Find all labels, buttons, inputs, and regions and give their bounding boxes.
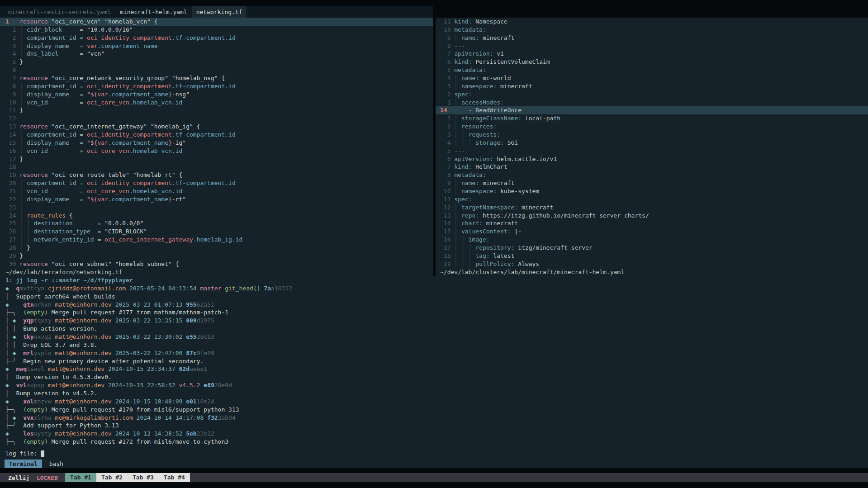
code-line[interactable]: 17}: [5, 155, 433, 163]
code-line[interactable]: 14│ compartment_id = oci_identity_compar…: [5, 131, 433, 139]
log-line: │ ◆ mrlyvplo matt@einhorn.dev 2025-03-22…: [0, 349, 868, 357]
code-line[interactable]: 28│ }: [5, 244, 433, 252]
code-line[interactable]: 17│ │ │ repository: itzg/minecraft-serve…: [440, 244, 868, 252]
code-line[interactable]: 1│ accessModes:: [440, 99, 868, 107]
code-line[interactable]: 10metadata:: [440, 26, 868, 34]
prompt-label: log file:: [5, 450, 41, 457]
code-line[interactable]: 23│: [5, 204, 433, 212]
line-number: 29: [5, 252, 16, 260]
code-line[interactable]: 1resource "oci_core_vcn" "homelab_vcn" {: [0, 18, 433, 26]
line-number: 4: [440, 74, 451, 82]
zellij-tab[interactable]: Tab #4: [159, 473, 190, 482]
code-line[interactable]: 2│ resources:: [440, 123, 868, 131]
pane-footer: Terminalbash: [0, 460, 868, 469]
code-line[interactable]: 4│ name: mc-world: [440, 74, 868, 82]
code-line[interactable]: 3│ │ requests:: [440, 131, 868, 139]
code-line[interactable]: 11spec:: [440, 195, 868, 204]
code-line[interactable]: 5}: [5, 58, 433, 66]
code-line[interactable]: 25│ │ destination = "0.0.0.0/0": [5, 219, 433, 227]
line-number: 10: [440, 187, 451, 195]
code-line[interactable]: 6kind: PersistentVolumeClaim: [440, 58, 868, 66]
code-line[interactable]: 9│ display_name = "${var.compartment_nam…: [5, 90, 433, 99]
code-line[interactable]: 22│ display_name = "${var.compartment_na…: [5, 195, 433, 204]
zellij-tab[interactable]: Tab #1: [65, 473, 96, 482]
line-number: 8: [5, 82, 16, 90]
code-line[interactable]: 11}: [5, 106, 433, 114]
code-line[interactable]: 1│ cidr_block = "10.0.0.0/16": [5, 26, 433, 34]
code-line[interactable]: 15│ display_name = "${var.compartment_na…: [5, 139, 433, 147]
code-line[interactable]: 8---: [440, 42, 868, 50]
code-line[interactable]: 3│ display_name = var.compartment_name: [5, 42, 433, 50]
log-line: ├─╯ Begin new primary device after poten…: [0, 357, 868, 365]
code-line[interactable]: 6apiVersion: helm.cattle.io/v1: [440, 155, 868, 163]
code-line[interactable]: 4│ dns_label = "vcn": [5, 50, 433, 58]
code-line[interactable]: 14│ chart: minecraft: [440, 219, 868, 227]
code-line[interactable]: 30resource "oci_core_subnet" "homelab_su…: [5, 260, 433, 268]
code-line[interactable]: 19│ │ │ pullPolicy: Always: [440, 260, 868, 268]
line-number: 28: [5, 244, 16, 252]
code-line[interactable]: 8│ compartment_id = oci_identity_compart…: [5, 82, 433, 90]
shell-label: bash: [49, 460, 63, 467]
code-line[interactable]: 9│ name: minecraft: [440, 34, 868, 42]
code-line[interactable]: 12│ targetNamespace: minecraft: [440, 204, 868, 212]
line-number: 26: [5, 227, 16, 236]
code-line[interactable]: 18│ │ │ tag: latest: [440, 252, 868, 260]
code-line[interactable]: 21│ vcn_id = oci_core_vcn.homelab_vcn.id: [5, 187, 433, 195]
code-line[interactable]: 7apiVersion: v1: [440, 50, 868, 58]
code-line[interactable]: 4│ │ │ storage: 5Gi: [440, 139, 868, 147]
code-line[interactable]: 2│ compartment_id = oci_identity_compart…: [5, 34, 433, 42]
code-line[interactable]: 11kind: Namespace: [440, 18, 868, 26]
line-number: 9: [440, 34, 451, 42]
code-line[interactable]: 6: [5, 66, 433, 74]
buffer-tab[interactable]: minecraft-helm.yaml: [115, 6, 192, 18]
log-file-prompt[interactable]: log file:: [0, 450, 868, 458]
terminal-chip[interactable]: Terminal: [5, 460, 42, 468]
code-line[interactable]: 18: [5, 163, 433, 171]
code-line[interactable]: 12: [5, 114, 433, 123]
zellij-status-bar: Zellij LOCKED Tab #1Tab #2Tab #3Tab #4: [0, 473, 868, 482]
code-line[interactable]: 7resource "oci_core_network_security_gro…: [5, 74, 433, 82]
code-line[interactable]: 24│ route_rules {: [5, 212, 433, 220]
code-line[interactable]: 26│ │ destination_type = "CIDR_BLOCK": [5, 227, 433, 236]
line-number: 3: [5, 42, 16, 50]
zellij-tab[interactable]: Tab #2: [96, 473, 128, 482]
line-number: 5: [5, 58, 16, 66]
code-line[interactable]: 5metadata:: [440, 66, 868, 74]
line-number: 9: [440, 179, 451, 187]
code-line[interactable]: 5---: [440, 147, 868, 155]
line-number: 11: [5, 106, 16, 114]
code-line[interactable]: 3│ namespace: minecraft: [440, 82, 868, 90]
line-number: 5: [440, 147, 451, 155]
zellij-tab[interactable]: Tab #3: [128, 473, 159, 482]
code-line[interactable]: 13resource "oci_core_internet_gateway" "…: [5, 123, 433, 131]
code-line[interactable]: 7kind: HelmChart: [440, 163, 868, 171]
code-line[interactable]: 16│ vcn_id = oci_core_vcn.homelab_vcn.id: [5, 147, 433, 155]
log-line: │ Bump version to v4.5.2.: [0, 389, 868, 398]
line-number: 17: [440, 244, 451, 252]
code-line[interactable]: 9│ name: minecraft: [440, 179, 868, 187]
line-number: 11: [440, 195, 451, 204]
right-file-path: ~/dev/lab/clusters/lab/minecraft/minecra…: [440, 268, 624, 276]
line-number: 14: [5, 131, 16, 139]
code-line[interactable]: 10│ namespace: kube-system: [440, 187, 868, 195]
line-number: 12: [440, 204, 451, 212]
code-line[interactable]: 29}: [5, 252, 433, 260]
buffer-tab[interactable]: minecraft-restic-secrets.yaml: [4, 6, 115, 18]
log-line: │ ◆ tkynxvqz matt@einhorn.dev 2025-03-22…: [0, 333, 868, 341]
code-line[interactable]: 16│ │ image:: [440, 236, 868, 244]
code-line[interactable]: 14│ - ReadWriteOnce: [436, 106, 868, 114]
code-line[interactable]: 13│ repo: https://itzg.github.io/minecra…: [440, 212, 868, 220]
zellij-tabs: Tab #1Tab #2Tab #3Tab #4: [65, 473, 190, 482]
code-line[interactable]: 15│ valuesContent: |-: [440, 227, 868, 236]
buffer-tab[interactable]: networking.tf: [192, 6, 247, 18]
code-line[interactable]: 8metadata:: [440, 171, 868, 179]
text-cursor: [41, 450, 44, 457]
code-line[interactable]: 27│ │ network_entity_id = oci_core_inter…: [5, 236, 433, 244]
line-number: 11: [440, 18, 451, 26]
code-line[interactable]: 10│ vcn_id = oci_core_vcn.homelab_vcn.id: [5, 99, 433, 107]
code-line[interactable]: 2spec:: [440, 90, 868, 99]
code-line[interactable]: 19resource "oci_core_route_table" "homel…: [5, 171, 433, 179]
code-line[interactable]: 20│ compartment_id = oci_identity_compar…: [5, 179, 433, 187]
app-name: Zellij: [8, 474, 29, 481]
code-line[interactable]: 1│ storageClassName: local-path: [440, 114, 868, 123]
